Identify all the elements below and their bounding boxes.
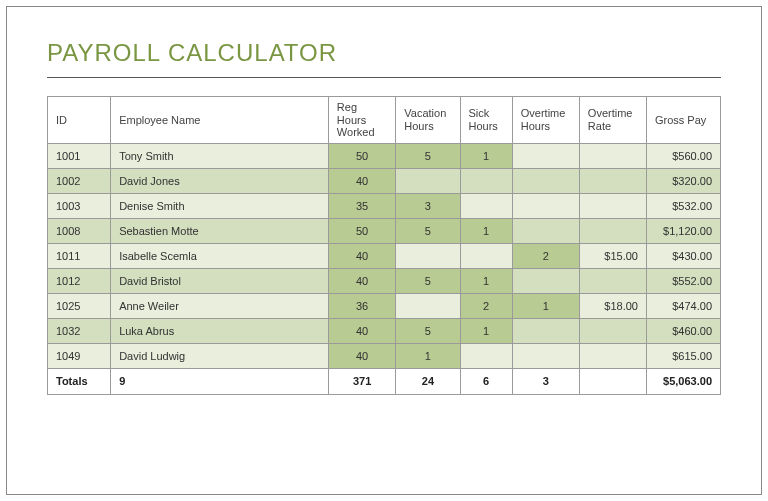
payroll-table-container: ID Employee Name Reg Hours Worked Vacati… [47,96,721,395]
cell-otr [579,168,646,193]
cell-gross: $430.00 [646,243,720,268]
cell-oth [512,218,579,243]
col-sick: Sick Hours [460,97,512,144]
document-frame: PAYROLL CALCULATOR ID Employee Name Reg … [6,6,762,495]
table-row: 1011Isabelle Scemla402$15.00$430.00 [48,243,721,268]
cell-vac: 5 [396,143,460,168]
cell-id: 1011 [48,243,111,268]
totals-otr [579,368,646,394]
cell-oth: 2 [512,243,579,268]
col-otr: Overtime Rate [579,97,646,144]
cell-id: 1049 [48,343,111,368]
col-id: ID [48,97,111,144]
totals-vac: 24 [396,368,460,394]
cell-vac [396,168,460,193]
cell-otr [579,193,646,218]
cell-vac: 3 [396,193,460,218]
cell-vac: 1 [396,343,460,368]
cell-gross: $1,120.00 [646,218,720,243]
table-row: 1003Denise Smith353$532.00 [48,193,721,218]
col-reg: Reg Hours Worked [328,97,395,144]
cell-reg: 40 [328,318,395,343]
table-body: 1001Tony Smith5051$560.001002David Jones… [48,143,721,368]
table-row: 1012David Bristol4051$552.00 [48,268,721,293]
cell-oth [512,343,579,368]
cell-otr [579,218,646,243]
cell-vac: 5 [396,318,460,343]
cell-oth [512,193,579,218]
cell-reg: 40 [328,343,395,368]
cell-vac [396,243,460,268]
cell-name: Sebastien Motte [111,218,329,243]
cell-vac: 5 [396,268,460,293]
cell-otr [579,143,646,168]
cell-reg: 50 [328,218,395,243]
cell-sick: 1 [460,318,512,343]
cell-id: 1008 [48,218,111,243]
col-vac: Vacation Hours [396,97,460,144]
cell-id: 1001 [48,143,111,168]
cell-gross: $552.00 [646,268,720,293]
cell-name: David Bristol [111,268,329,293]
cell-sick: 1 [460,218,512,243]
cell-otr [579,268,646,293]
table-row: 1001Tony Smith5051$560.00 [48,143,721,168]
cell-vac: 5 [396,218,460,243]
cell-otr: $15.00 [579,243,646,268]
cell-gross: $532.00 [646,193,720,218]
totals-label: Totals [48,368,111,394]
totals-reg: 371 [328,368,395,394]
cell-sick [460,193,512,218]
cell-sick: 1 [460,143,512,168]
cell-sick [460,168,512,193]
payroll-table: ID Employee Name Reg Hours Worked Vacati… [47,96,721,395]
cell-reg: 40 [328,243,395,268]
page-title: PAYROLL CALCULATOR [7,7,761,77]
cell-reg: 35 [328,193,395,218]
cell-reg: 40 [328,268,395,293]
table-row: 1049David Ludwig401$615.00 [48,343,721,368]
cell-vac [396,293,460,318]
cell-name: Tony Smith [111,143,329,168]
cell-oth: 1 [512,293,579,318]
cell-reg: 40 [328,168,395,193]
cell-name: Anne Weiler [111,293,329,318]
header-row: ID Employee Name Reg Hours Worked Vacati… [48,97,721,144]
table-row: 1025Anne Weiler3621$18.00$474.00 [48,293,721,318]
cell-reg: 36 [328,293,395,318]
cell-name: Isabelle Scemla [111,243,329,268]
totals-sick: 6 [460,368,512,394]
cell-name: Luka Abrus [111,318,329,343]
table-row: 1008Sebastien Motte5051$1,120.00 [48,218,721,243]
cell-oth [512,143,579,168]
cell-otr [579,343,646,368]
col-gross: Gross Pay [646,97,720,144]
cell-name: Denise Smith [111,193,329,218]
cell-gross: $474.00 [646,293,720,318]
cell-name: David Ludwig [111,343,329,368]
cell-gross: $320.00 [646,168,720,193]
cell-id: 1002 [48,168,111,193]
cell-gross: $615.00 [646,343,720,368]
table-row: 1002David Jones40$320.00 [48,168,721,193]
cell-otr: $18.00 [579,293,646,318]
cell-sick: 1 [460,268,512,293]
col-name: Employee Name [111,97,329,144]
cell-id: 1003 [48,193,111,218]
totals-row: Totals 9 371 24 6 3 $5,063.00 [48,368,721,394]
cell-oth [512,168,579,193]
cell-reg: 50 [328,143,395,168]
cell-name: David Jones [111,168,329,193]
cell-sick [460,243,512,268]
cell-sick: 2 [460,293,512,318]
totals-count: 9 [111,368,329,394]
cell-id: 1032 [48,318,111,343]
cell-gross: $460.00 [646,318,720,343]
totals-oth: 3 [512,368,579,394]
cell-otr [579,318,646,343]
col-oth: Overtime Hours [512,97,579,144]
title-divider [47,77,721,78]
cell-oth [512,268,579,293]
table-row: 1032Luka Abrus4051$460.00 [48,318,721,343]
cell-sick [460,343,512,368]
